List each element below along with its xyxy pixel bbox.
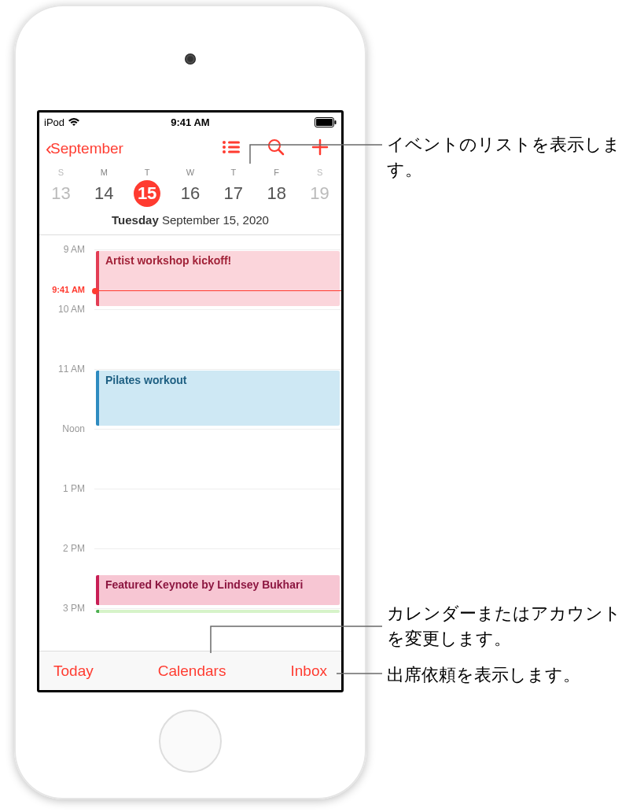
hour-label: Noon [39,423,90,434]
hour-label: 2 PM [39,543,90,554]
svg-point-3 [223,141,226,144]
event-title: Artist workshop kickoff! [105,254,231,267]
device-camera [185,54,196,65]
hour-label: 1 PM [39,483,90,494]
status-time: 9:41 AM [39,116,341,128]
hour-label: 3 PM [39,603,90,613]
toolbar: Today Calendars Inbox [39,651,341,690]
inbox-button[interactable]: Inbox [291,663,327,680]
day-cell[interactable]: 17 [220,180,247,207]
weekday-letter: F [255,168,298,177]
status-bar: iPod 9:41 AM [39,113,341,131]
list-icon[interactable] [222,139,241,158]
date-heading: Tuesday September 15, 2020 [39,213,341,235]
event-item[interactable]: Featured Keynote by Lindsey Bukhari [96,575,340,605]
back-label: September [50,140,123,157]
callout-list: イベントのリストを表示します。 [387,132,623,183]
date-heading-dow: Tuesday [112,213,159,227]
event-title: Featured Keynote by Lindsey Bukhari [105,578,303,591]
search-icon[interactable] [267,138,285,159]
hour-label: 9 AM [39,244,90,255]
weekday-row: S M T W T F S [39,166,341,180]
day-cell[interactable]: 19 [307,180,333,207]
weekday-numbers: 13 14 15 16 17 18 19 [39,180,341,213]
day-cell[interactable]: 16 [177,180,204,207]
event-item[interactable] [96,610,340,613]
svg-rect-6 [228,142,240,144]
timeline[interactable]: 9 AM 10 AM 11 AM Noon 1 PM 2 PM 3 PM Art… [39,235,341,613]
weekday-letter: W [169,168,212,177]
svg-point-5 [223,150,226,153]
today-button[interactable]: Today [53,663,94,680]
device-frame: iPod 9:41 AM ‹ September [14,5,366,799]
add-icon[interactable] [311,138,329,159]
svg-line-10 [279,150,284,155]
event-title: Pilates workout [105,374,186,386]
day-cell[interactable]: 14 [90,180,117,207]
calendars-button[interactable]: Calendars [158,663,226,680]
now-label: 9:41 AM [39,285,85,294]
weekday-letter: T [126,168,169,177]
date-heading-rest: September 15, 2020 [159,213,269,227]
back-button[interactable]: ‹ September [46,138,123,160]
day-cell-selected[interactable]: 15 [134,180,160,207]
home-button[interactable] [159,710,222,773]
event-item[interactable]: Pilates workout [96,371,340,426]
hour-label: 11 AM [39,364,90,375]
navbar: ‹ September [39,131,341,166]
weekday-letter: T [212,168,255,177]
day-cell[interactable]: 18 [263,180,290,207]
hour-label: 10 AM [39,304,90,315]
event-item[interactable]: Artist workshop kickoff! [96,251,340,306]
day-cell[interactable]: 13 [47,180,74,207]
callout-calendars: カレンダーまたはアカウントを変更します。 [387,601,631,651]
weekday-letter: M [83,168,126,177]
weekday-letter: S [298,168,341,177]
svg-point-4 [223,146,226,149]
screen: iPod 9:41 AM ‹ September [37,110,344,692]
callout-inbox: 出席依頼を表示します。 [387,663,631,688]
weekday-letter: S [39,168,83,177]
svg-rect-7 [228,146,240,149]
svg-rect-8 [228,151,240,153]
